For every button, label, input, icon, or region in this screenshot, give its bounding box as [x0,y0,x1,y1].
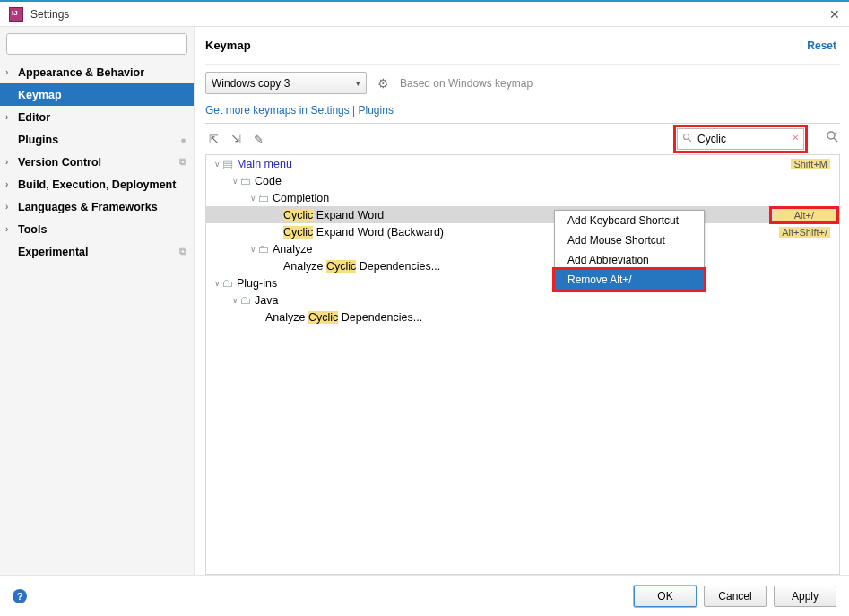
chevron-down-icon: ∨ [247,194,258,203]
sidebar-item-label: Appearance & Behavior [18,66,186,79]
tree-row-cyclic-expand[interactable]: Cyclic Expand Word Alt+/ [206,206,839,223]
keymap-actionbar: ⇱ ⇲ ✎ ✕ + [205,124,840,154]
tree-row-analyze-dep[interactable]: Analyze Cyclic Dependencies... [206,257,839,274]
main-panel: Keymap Reset Windows copy 3 ▾ ⚙ Based on… [195,27,849,575]
svg-text:+: + [834,130,837,136]
sidebar-item-label: Languages & Frameworks [18,201,186,213]
shortcut-label: Shift+M [791,159,830,169]
ctx-add-abbrev[interactable]: Add Abbreviation [555,250,704,270]
clear-icon[interactable]: ✕ [792,133,799,143]
sidebar-item-label: Experimental [18,246,179,258]
settings-sidebar: ›Appearance & Behavior Keymap ›Editor Pl… [0,27,195,575]
sidebar-item-keymap[interactable]: Keymap [0,83,194,106]
help-icon[interactable]: ? [13,589,27,603]
tree-row-cyclic-expand-back[interactable]: Cyclic Expand Word (Backward) Alt+Shift+… [206,223,839,240]
folder-icon: 🗀 [240,294,255,307]
folder-icon: 🗀 [258,192,273,204]
chevron-down-icon: ▾ [356,79,360,88]
sidebar-item-plugins[interactable]: Plugins● [0,128,194,151]
ctx-remove-shortcut[interactable]: Remove Alt+/ [555,270,704,290]
keymap-search-wrap: ✕ [677,128,804,150]
sidebar-search-input[interactable] [6,33,187,55]
close-icon[interactable]: ✕ [829,7,840,22]
reset-link[interactable]: Reset [807,39,840,52]
select-value: Windows copy 3 [212,77,290,90]
chevron-down-icon: ∨ [230,296,240,305]
tree-row-mainmenu[interactable]: ∨ ▤ Main menu Shift+M [206,155,839,172]
ctx-add-mouse[interactable]: Add Mouse Shortcut [555,230,704,250]
collapse-all-icon[interactable]: ⇲ [231,133,241,146]
keymap-scheme-select[interactable]: Windows copy 3 ▾ [205,72,367,94]
menu-icon: ▤ [222,157,237,170]
updates-badge-icon: ● [180,134,186,145]
tree-row-code[interactable]: ∨ 🗀 Code [206,172,839,189]
chevron-down-icon: ∨ [212,160,222,169]
svg-line-5 [834,138,837,142]
svg-line-3 [689,139,691,142]
window-title: Settings [30,8,829,21]
expand-all-icon[interactable]: ⇱ [209,133,219,146]
sidebar-item-vcs[interactable]: ›Version Control⧉ [0,151,194,173]
ok-button[interactable]: OK [634,586,697,607]
app-logo-icon [9,7,23,22]
tree-row-analyze[interactable]: ∨ 🗀 Analyze [206,240,839,257]
tree-label: Analyze Cyclic Dependencies... [265,311,830,324]
sidebar-item-label: Tools [18,223,186,236]
sidebar-item-editor[interactable]: ›Editor [0,106,194,128]
tree-label: Plug-ins [237,277,830,290]
sidebar-item-label: Editor [18,111,186,124]
chevron-down-icon: ∨ [212,279,222,288]
sidebar-item-languages[interactable]: ›Languages & Frameworks [0,195,194,218]
folder-icon: 🗀 [240,175,255,187]
sidebar-item-label: Version Control [18,156,179,169]
project-meta-icon: ⧉ [179,156,186,168]
page-title: Keymap [205,39,807,52]
shortcut-label: Alt+/ [773,210,836,221]
svg-point-2 [684,134,689,140]
keymap-search-input[interactable] [677,128,804,150]
tree-row-plugins[interactable]: ∨ 🗀 Plug-ins [206,274,839,291]
tree-label: Code [255,175,830,187]
sidebar-item-appearance[interactable]: ›Appearance & Behavior [0,61,194,83]
tree-row-completion[interactable]: ∨ 🗀 Completion [206,189,839,206]
get-more-keymaps-link[interactable]: Get more keymaps in Settings | Plugins [205,104,394,117]
edit-icon[interactable]: ✎ [254,133,264,146]
apply-button[interactable]: Apply [774,586,836,607]
gear-icon[interactable]: ⚙ [377,76,389,91]
sidebar-item-build[interactable]: ›Build, Execution, Deployment [0,173,194,195]
shortcut-label: Alt+Shift+/ [779,227,830,238]
tree-label: Analyze [273,243,830,256]
titlebar: Settings ✕ [0,2,849,27]
ctx-add-keyboard[interactable]: Add Keyboard Shortcut [555,211,704,230]
chevron-down-icon: ∨ [230,177,240,186]
find-by-shortcut-icon[interactable]: + [826,130,840,148]
dialog-footer: ? OK Cancel Apply [0,575,849,616]
chevron-down-icon: ∨ [247,245,258,254]
tree-label: Main menu [237,158,791,170]
folder-icon: 🗀 [222,277,237,290]
search-icon [682,133,693,143]
sidebar-item-label: Build, Execution, Deployment [18,178,186,191]
sidebar-item-experimental[interactable]: Experimental⧉ [0,240,194,263]
based-on-text: Based on Windows keymap [400,77,533,90]
tree-label: Java [255,294,830,307]
cancel-button[interactable]: Cancel [704,586,767,607]
folder-icon: 🗀 [258,243,273,256]
keymap-tree[interactable]: ∨ ▤ Main menu Shift+M ∨ 🗀 Code ∨ 🗀 Compl… [205,154,840,575]
sidebar-item-label: Plugins [18,134,180,146]
sidebar-item-tools[interactable]: ›Tools [0,218,194,240]
context-menu: Add Keyboard Shortcut Add Mouse Shortcut… [554,210,705,291]
project-meta-icon: ⧉ [179,246,186,257]
tree-row-java[interactable]: ∨ 🗀 Java [206,291,839,308]
sidebar-item-label: Keymap [18,89,186,101]
tree-row-analyze-dep-java[interactable]: Analyze Cyclic Dependencies... [206,308,839,325]
tree-label: Cyclic Expand Word (Backward) [283,226,779,239]
tree-label: Completion [273,192,830,204]
